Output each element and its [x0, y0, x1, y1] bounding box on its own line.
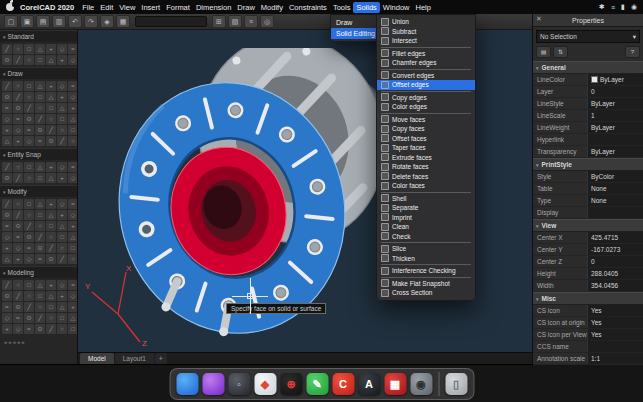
property-value[interactable]: [587, 207, 643, 218]
menubar-item-help[interactable]: Help: [413, 2, 434, 13]
property-value[interactable]: [587, 341, 643, 352]
menubar-item-tools[interactable]: Tools: [330, 2, 354, 13]
tool-icon[interactable]: △: [35, 81, 45, 91]
tool-icon[interactable]: ○: [68, 254, 78, 264]
tool-icon[interactable]: ◇: [68, 173, 78, 183]
menubar-item-edit[interactable]: Edit: [97, 2, 116, 13]
tool-icon[interactable]: △: [46, 173, 56, 183]
toolbar-section-modeling[interactable]: ▾Modeling: [0, 266, 77, 278]
tab-model[interactable]: Model: [80, 353, 114, 364]
tool-icon[interactable]: ○: [46, 114, 56, 124]
tool-icon[interactable]: △: [68, 313, 78, 323]
tool-icon[interactable]: ◇: [57, 199, 67, 209]
tool-icon[interactable]: □: [57, 313, 67, 323]
property-value[interactable]: -167.0273: [587, 244, 643, 255]
tool-icon[interactable]: ◇: [68, 55, 78, 65]
menubar-item-constraints[interactable]: Constraints: [286, 2, 330, 13]
tool-icon[interactable]: ╱: [35, 114, 45, 124]
tool-icon[interactable]: +: [68, 302, 78, 312]
dock-icon-safari[interactable]: ◆: [254, 373, 276, 395]
submenu-item-thicken[interactable]: Thicken: [377, 254, 475, 264]
clock-icon[interactable]: ◉: [631, 3, 637, 11]
property-value[interactable]: 288.0405: [587, 268, 643, 279]
tool-icon[interactable]: +: [46, 199, 56, 209]
dock-icon-finder[interactable]: [176, 373, 198, 395]
help-icon[interactable]: ?: [625, 46, 640, 58]
tool-icon[interactable]: ≈: [2, 221, 12, 231]
tool-icon[interactable]: □: [68, 324, 78, 334]
control-center-icon[interactable]: ≡: [611, 4, 615, 11]
tool-icon[interactable]: +: [57, 173, 67, 183]
submenu-item-delete-faces[interactable]: Delete faces: [377, 172, 475, 182]
menubar-item-dimension[interactable]: Dimension: [193, 2, 234, 13]
submenu-item-fillet-edges[interactable]: Fillet edges: [377, 49, 475, 59]
submenu-item-slice[interactable]: Slice: [377, 244, 475, 254]
tool-icon[interactable]: □: [68, 243, 78, 253]
property-value[interactable]: Yes: [587, 317, 643, 328]
tool-icon[interactable]: ○: [13, 44, 23, 54]
tool-icon[interactable]: ⊙: [2, 173, 12, 183]
toolbar-section-draw[interactable]: ▾Draw: [0, 67, 77, 79]
tool-icon[interactable]: □: [24, 162, 34, 172]
property-value[interactable]: 0: [587, 256, 643, 267]
tool-icon[interactable]: ○: [24, 92, 34, 102]
tool-icon[interactable]: +: [46, 44, 56, 54]
tool-icon[interactable]: ◇: [2, 313, 12, 323]
submenu-item-cross-section[interactable]: Cross Section: [377, 288, 475, 298]
toolbar-collapse-control[interactable]: «««««: [0, 336, 77, 348]
dock-icon-red[interactable]: ▦: [384, 373, 406, 395]
tool-icon[interactable]: ╱: [24, 302, 34, 312]
submenu-item-extrude-faces[interactable]: Extrude faces: [377, 153, 475, 163]
submenu-item-make-flat-snapshot[interactable]: Make Flat Snapshot: [377, 279, 475, 289]
tool-icon[interactable]: ⊙: [13, 103, 23, 113]
submenu-item-subtract[interactable]: Subtract: [377, 27, 475, 37]
toolbar-section-standard[interactable]: ▾Standard: [0, 30, 77, 42]
menubar-item-solids[interactable]: Solids: [353, 2, 379, 13]
tool-icon[interactable]: ○: [57, 243, 67, 253]
submenu-item-color-faces[interactable]: Color faces: [377, 181, 475, 191]
tool-icon[interactable]: △: [35, 280, 45, 290]
app-name[interactable]: CorelCAD 2020: [20, 3, 74, 12]
submenu-item-intersect[interactable]: Intersect: [377, 36, 475, 46]
tool-icon[interactable]: ╱: [13, 173, 23, 183]
tool-icon[interactable]: □: [35, 55, 45, 65]
tool-icon[interactable]: +: [13, 254, 23, 264]
tool-icon[interactable]: ≈: [24, 243, 34, 253]
tool-icon[interactable]: ○: [35, 103, 45, 113]
tool-icon[interactable]: □: [35, 173, 45, 183]
tool-icon[interactable]: ◇: [13, 125, 23, 135]
property-value[interactable]: 425.4715: [587, 232, 643, 243]
tool-icon[interactable]: □: [57, 232, 67, 242]
tool-icon[interactable]: ╱: [24, 103, 34, 113]
tool-icon[interactable]: ⊙: [2, 55, 12, 65]
display-icon[interactable]: ✱: [599, 3, 605, 11]
submenu-item-rotate-faces[interactable]: Rotate faces: [377, 162, 475, 172]
tab-layout1[interactable]: Layout1: [115, 353, 154, 364]
tool-icon[interactable]: ◇: [57, 81, 67, 91]
property-value[interactable]: ByLayer: [587, 98, 643, 109]
menubar-item-window[interactable]: Window: [380, 2, 413, 13]
property-value[interactable]: 354.0456: [587, 280, 643, 291]
property-value[interactable]: Yes: [587, 305, 643, 316]
tool-icon[interactable]: ╱: [57, 254, 67, 264]
tool-icon[interactable]: △: [35, 162, 45, 172]
property-section-general[interactable]: ▾General: [533, 61, 643, 74]
tool-icon[interactable]: ◇: [57, 162, 67, 172]
dock-icon-a-dark[interactable]: A: [358, 373, 380, 395]
dock-icon-c-red[interactable]: C: [332, 373, 354, 395]
undo-icon[interactable]: ↶: [68, 15, 82, 28]
tool-icon[interactable]: ╱: [2, 280, 12, 290]
print-icon[interactable]: ▥: [52, 15, 66, 28]
dock-icon-camera[interactable]: ◉: [410, 373, 432, 395]
property-section-misc[interactable]: ▾Misc: [533, 292, 643, 305]
tool-icon[interactable]: +: [57, 55, 67, 65]
submenu-item-chamfer-edges[interactable]: Chamfer edges: [377, 58, 475, 68]
tool-icon[interactable]: ○: [46, 232, 56, 242]
property-value[interactable]: ByLayer: [587, 74, 643, 85]
tool-icon[interactable]: △: [68, 114, 78, 124]
property-value[interactable]: 0: [587, 86, 643, 97]
tool-icon[interactable]: +: [46, 280, 56, 290]
tool-icon[interactable]: △: [46, 55, 56, 65]
submenu-item-interference-checking[interactable]: Interference Checking: [377, 266, 475, 276]
property-value[interactable]: None: [587, 195, 643, 206]
